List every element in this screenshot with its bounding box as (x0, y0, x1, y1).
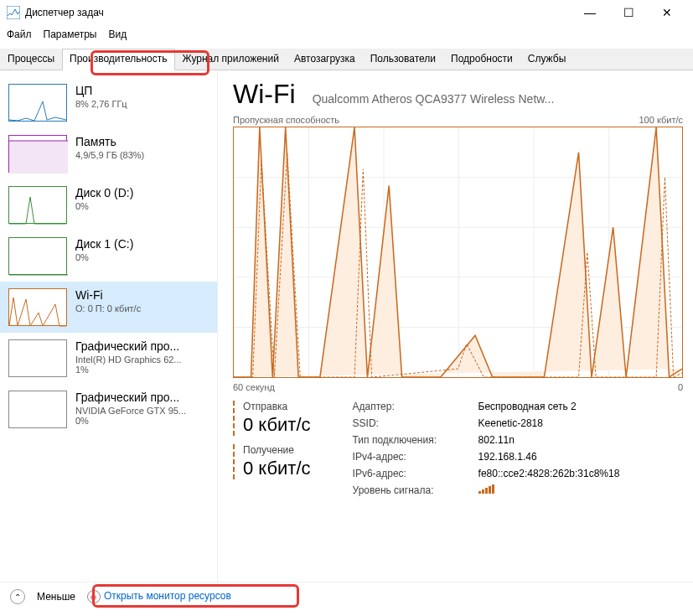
titlebar: Диспетчер задач — ☐ ✕ (0, 0, 693, 25)
adapter-name: Qualcomm Atheros QCA9377 Wireless Netw..… (313, 92, 555, 106)
open-resource-monitor-link[interactable]: ◉Открыть монитор ресурсов (87, 590, 231, 603)
sidebar-item-gpu1[interactable]: Графический про...NVIDIA GeForce GTX 95.… (0, 384, 217, 435)
fewer-details-button[interactable]: Меньше (37, 591, 75, 603)
footer: ⌃ Меньше ◉Открыть монитор ресурсов (0, 582, 693, 611)
send-stat: Отправка 0 кбит/с (233, 401, 311, 436)
sidebar-item-label: Графический про... (75, 391, 186, 404)
properties-grid: Адаптер:Беспроводная сеть 2 SSID:Keeneti… (353, 401, 620, 496)
close-button[interactable]: ✕ (648, 0, 686, 25)
detail-title: Wi-Fi (233, 79, 296, 110)
signal-strength-icon (478, 484, 620, 496)
chart-title: Пропускная способность (233, 115, 339, 125)
chart-max: 100 кбит/с (639, 115, 683, 125)
x-axis-left: 60 секунд (233, 382, 275, 392)
tab-users[interactable]: Пользователи (363, 49, 443, 70)
app-icon (7, 6, 20, 19)
sidebar-item-wifi[interactable]: Wi-FiО: 0 П: 0 кбит/с (0, 282, 217, 333)
tab-performance[interactable]: Производительность (62, 49, 174, 70)
mini-chart-disk1 (8, 237, 67, 275)
receive-stat: Получение 0 кбит/с (233, 444, 311, 479)
mini-chart-gpu1 (8, 391, 67, 428)
tab-services[interactable]: Службы (520, 49, 573, 70)
mini-chart-disk0 (8, 186, 67, 224)
sidebar-item-gpu0[interactable]: Графический про...Intel(R) HD Graphics 6… (0, 333, 217, 384)
sidebar: ЦП8% 2,76 ГГц Память4,9/5,9 ГБ (83%) Дис… (0, 70, 218, 582)
throughput-chart (233, 127, 683, 378)
content: ЦП8% 2,76 ГГц Память4,9/5,9 ГБ (83%) Дис… (0, 70, 693, 582)
tab-processes[interactable]: Процессы (0, 49, 62, 70)
menu-file[interactable]: Файл (7, 28, 32, 40)
menubar: Файл Параметры Вид (0, 25, 693, 44)
svg-rect-1 (9, 141, 68, 173)
tab-startup[interactable]: Автозагрузка (287, 49, 363, 70)
tab-apphistory[interactable]: Журнал приложений (175, 49, 287, 70)
sidebar-item-label: Графический про... (75, 339, 182, 353)
x-axis-right: 0 (678, 382, 683, 392)
menu-options[interactable]: Параметры (44, 28, 97, 40)
minimize-button[interactable]: — (571, 0, 609, 25)
window-title: Диспетчер задач (25, 7, 571, 18)
resource-monitor-icon: ◉ (87, 590, 101, 603)
tabstrip: Процессы Производительность Журнал прило… (0, 49, 693, 70)
tab-details[interactable]: Подробности (443, 49, 520, 70)
sidebar-item-label: ЦП (75, 84, 127, 97)
sidebar-item-label: Диск 0 (D:) (75, 186, 133, 199)
mini-chart-cpu (8, 84, 67, 122)
sidebar-item-label: Диск 1 (C:) (75, 237, 133, 251)
mini-chart-memory (8, 135, 67, 173)
maximize-button[interactable]: ☐ (609, 0, 648, 25)
sidebar-item-disk0[interactable]: Диск 0 (D:)0% (0, 179, 217, 230)
sidebar-item-memory[interactable]: Память4,9/5,9 ГБ (83%) (0, 128, 217, 179)
sidebar-item-disk1[interactable]: Диск 1 (C:)0% (0, 230, 217, 282)
mini-chart-wifi (8, 288, 67, 326)
detail-panel: Wi-Fi Qualcomm Atheros QCA9377 Wireless … (218, 70, 693, 582)
sidebar-item-label: Wi-Fi (75, 288, 141, 302)
sidebar-item-cpu[interactable]: ЦП8% 2,76 ГГц (0, 77, 217, 128)
menu-view[interactable]: Вид (108, 28, 127, 40)
chevron-up-icon[interactable]: ⌃ (10, 589, 25, 604)
sidebar-item-label: Память (75, 135, 144, 148)
mini-chart-gpu0 (8, 339, 67, 377)
